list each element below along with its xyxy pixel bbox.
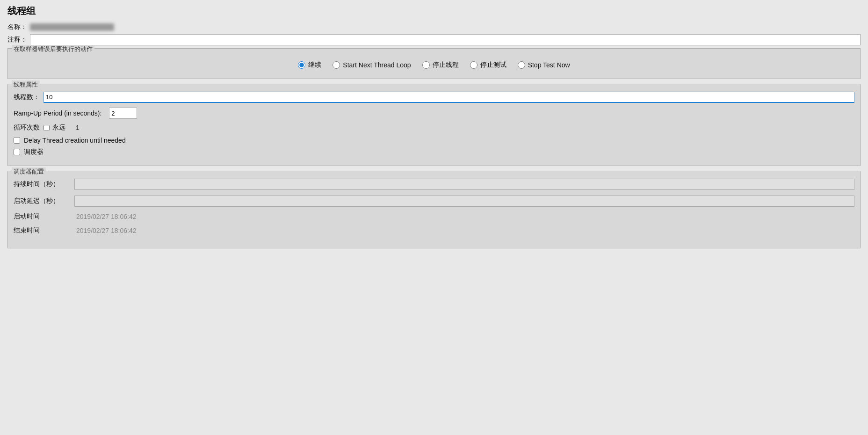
start-time-value: 2019/02/27 18:06:42: [76, 213, 136, 220]
radio-stop-test-label: 停止测试: [480, 61, 506, 69]
radio-continue[interactable]: 继续: [298, 61, 321, 69]
forever-checkbox[interactable]: [43, 125, 50, 131]
end-time-label: 结束时间: [14, 226, 74, 235]
ramp-up-row: Ramp-Up Period (in seconds):: [14, 108, 854, 119]
startup-delay-input[interactable]: [74, 196, 854, 207]
radio-stop-thread-label: 停止线程: [433, 61, 459, 69]
comment-label: 注释：: [7, 36, 27, 44]
comment-input[interactable]: [30, 34, 861, 45]
radio-start-next-label: Start Next Thread Loop: [343, 61, 411, 69]
startup-delay-label: 启动延迟（秒）: [14, 197, 74, 205]
startup-delay-row: 启动延迟（秒）: [14, 196, 854, 207]
radio-stop-thread-input[interactable]: [422, 61, 430, 69]
scheduler-checkbox[interactable]: [14, 149, 20, 155]
loop-count-value: 1: [76, 124, 80, 131]
name-value-blurred: [30, 23, 114, 31]
action-radio-group: 继续 Start Next Thread Loop 停止线程 停止测试 Stop…: [14, 52, 854, 73]
thread-count-row: 线程数：: [14, 92, 854, 103]
radio-continue-input[interactable]: [298, 61, 305, 69]
end-time-value: 2019/02/27 18:06:42: [76, 227, 136, 234]
name-label: 名称：: [7, 23, 27, 31]
radio-continue-label: 继续: [308, 61, 321, 69]
radio-stop-test-now[interactable]: Stop Test Now: [518, 61, 570, 69]
loop-count-row: 循环次数 永远 1: [14, 123, 854, 132]
delay-thread-row: Delay Thread creation until needed: [14, 137, 854, 144]
scheduler-config-legend: 调度器配置: [12, 167, 46, 176]
radio-start-next[interactable]: Start Next Thread Loop: [333, 61, 411, 69]
ramp-up-input[interactable]: [109, 108, 137, 119]
scheduler-row: 调度器: [14, 148, 854, 156]
end-time-row: 结束时间 2019/02/27 18:06:42: [14, 226, 854, 235]
loop-count-label: 循环次数: [14, 123, 40, 132]
thread-count-label: 线程数：: [14, 93, 40, 102]
radio-start-next-input[interactable]: [333, 61, 340, 69]
duration-input[interactable]: [74, 179, 854, 190]
start-time-label: 启动时间: [14, 212, 74, 221]
name-row: 名称：: [7, 23, 861, 31]
radio-stop-thread[interactable]: 停止线程: [422, 61, 459, 69]
scheduler-label: 调度器: [24, 148, 43, 156]
thread-props-section: 线程属性 线程数： Ramp-Up Period (in seconds): 循…: [7, 84, 861, 166]
page-title: 线程组: [7, 5, 861, 17]
start-time-row: 启动时间 2019/02/27 18:06:42: [14, 212, 854, 221]
radio-stop-test-input[interactable]: [470, 61, 477, 69]
duration-row: 持续时间（秒）: [14, 179, 854, 190]
radio-stop-test-now-input[interactable]: [518, 61, 525, 69]
page-container: 线程组 名称： 注释： 在取样器错误后要执行的动作 继续 Start Next …: [0, 0, 868, 435]
action-section: 在取样器错误后要执行的动作 继续 Start Next Thread Loop …: [7, 48, 861, 79]
radio-stop-test-now-label: Stop Test Now: [528, 61, 570, 69]
ramp-up-label: Ramp-Up Period (in seconds):: [14, 109, 101, 117]
forever-label: 永远: [52, 123, 65, 132]
comment-row: 注释：: [7, 34, 861, 45]
thread-count-input[interactable]: [43, 92, 854, 103]
action-legend: 在取样器错误后要执行的动作: [12, 45, 94, 53]
thread-props-legend: 线程属性: [12, 80, 40, 89]
radio-stop-test[interactable]: 停止测试: [470, 61, 506, 69]
delay-thread-checkbox[interactable]: [14, 137, 20, 144]
delay-thread-label: Delay Thread creation until needed: [24, 137, 126, 144]
scheduler-config-section: 调度器配置 持续时间（秒） 启动延迟（秒） 启动时间 2019/02/27 18…: [7, 171, 861, 248]
duration-label: 持续时间（秒）: [14, 180, 74, 188]
